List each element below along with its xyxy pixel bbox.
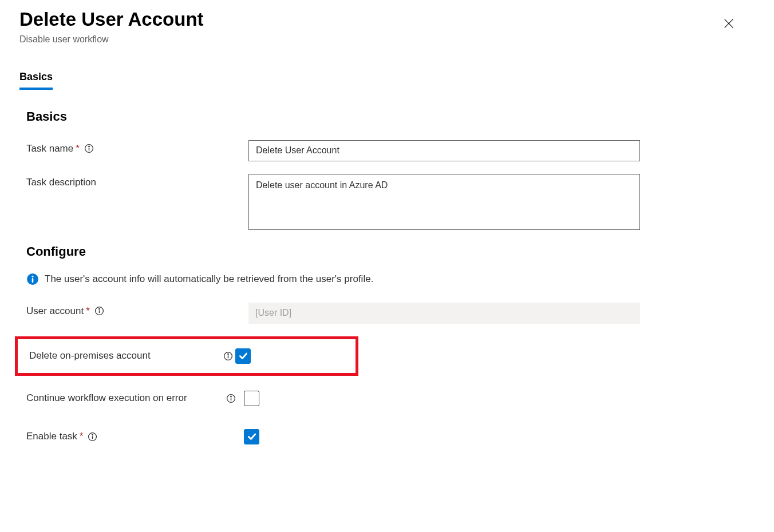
continue-on-error-label-text: Continue workflow execution on error [26,392,187,404]
content-area: Basics Task name * Task description Dele… [19,109,755,444]
task-name-row: Task name * [26,140,755,161]
task-description-row: Task description Delete user account in … [26,174,755,232]
svg-rect-7 [32,278,34,283]
required-indicator: * [80,431,84,442]
user-account-label-text: User account [26,305,84,317]
close-button[interactable] [720,15,737,32]
info-banner-text: The user's account info will automatical… [45,273,373,285]
continue-on-error-row: Continue workflow execution on error [26,391,755,406]
enable-task-label-text: Enable task [26,431,77,442]
enable-task-label: Enable task * [26,431,244,442]
continue-on-error-label: Continue workflow execution on error [26,392,244,404]
user-account-row: User account * [User ID] [26,303,755,324]
tab-basics[interactable]: Basics [19,65,53,89]
svg-point-10 [99,308,100,309]
svg-point-13 [228,354,228,354]
close-icon [722,17,735,30]
info-icon [26,273,39,285]
info-banner: The user's account info will automatical… [26,273,755,285]
info-icon[interactable] [226,394,236,403]
enable-task-checkbox-wrap [244,429,259,444]
info-icon[interactable] [94,306,104,316]
svg-point-6 [31,275,33,277]
delete-onprem-checkbox[interactable] [235,348,251,364]
svg-point-16 [231,396,231,396]
task-description-label: Task description [26,174,248,188]
task-name-input-wrap [248,140,640,161]
info-icon[interactable] [88,432,97,442]
task-description-input[interactable]: Delete user account in Azure AD [248,174,640,230]
continue-on-error-checkbox[interactable] [244,391,259,406]
page-title: Delete User Account [19,8,204,31]
continue-on-error-checkbox-wrap [244,391,259,406]
required-indicator: * [86,305,90,317]
basics-heading: Basics [26,109,755,124]
delete-onprem-label-text: Delete on-premises account [29,350,151,362]
user-account-display-wrap: [User ID] [248,303,640,324]
delete-onprem-row: Delete on-premises account [29,348,356,364]
task-name-input[interactable] [248,140,640,161]
user-account-label: User account * [26,303,248,317]
highlight-box: Delete on-premises account [15,336,358,376]
configure-heading: Configure [26,244,755,259]
task-name-label: Task name * [26,140,248,154]
info-icon[interactable] [223,351,233,361]
svg-point-4 [89,146,89,146]
svg-point-19 [92,434,93,435]
delete-onprem-label: Delete on-premises account [29,350,235,362]
delete-onprem-checkbox-wrap [235,348,251,364]
panel-header: Delete User Account Disable user workflo… [19,8,755,45]
required-indicator: * [76,143,80,154]
title-block: Delete User Account Disable user workflo… [19,8,204,45]
user-account-display: [User ID] [248,303,640,324]
task-description-label-text: Task description [26,177,96,188]
task-name-label-text: Task name [26,143,73,154]
tab-bar: Basics [19,65,755,89]
enable-task-row: Enable task * [26,429,755,444]
enable-task-checkbox[interactable] [244,429,259,444]
page-subtitle: Disable user workflow [19,34,204,45]
task-description-input-wrap: Delete user account in Azure AD [248,174,640,232]
info-icon[interactable] [84,144,94,153]
